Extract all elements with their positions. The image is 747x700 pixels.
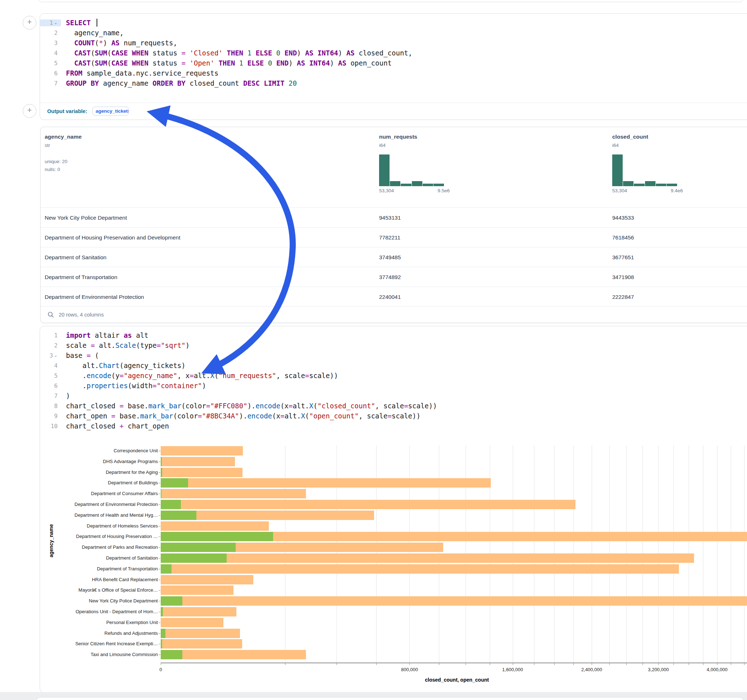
histogram-bar bbox=[623, 181, 634, 186]
line-number-gutter[interactable]: 6 bbox=[40, 382, 61, 389]
table-header: agency_namestrunique: 20nulls: 0num_requ… bbox=[41, 127, 747, 207]
histogram-range: 53,3049.5e6 bbox=[379, 188, 450, 193]
code-line: 3 COUNT(*) AS num_requests, bbox=[40, 38, 747, 48]
output-variable-pill[interactable]: agency_tickets bbox=[92, 107, 129, 116]
line-number-gutter[interactable]: 2 bbox=[40, 342, 61, 349]
code-line: 6 .properties(width="container") bbox=[40, 381, 747, 391]
python-cell: 1import altair as alt2scale = alt.Scale(… bbox=[39, 326, 747, 693]
code-text: CAST(SUM(CASE WHEN status = 'Closed' THE… bbox=[61, 49, 412, 57]
histogram-range: 53,3049.4e6 bbox=[612, 188, 683, 193]
line-number-gutter[interactable]: 7 bbox=[40, 392, 61, 399]
table-cell: 2240041 bbox=[379, 294, 401, 300]
table-cell: 3774892 bbox=[379, 274, 401, 281]
code-text: chart_closed = base.mark_bar(color="#FFC… bbox=[61, 402, 437, 410]
histogram-bar bbox=[645, 181, 655, 186]
line-number-gutter[interactable]: 7 bbox=[40, 80, 61, 87]
code-text: SELECT bbox=[61, 19, 97, 27]
histogram-bar bbox=[634, 184, 644, 186]
histogram-bar bbox=[379, 154, 390, 186]
notebook-page: + + 1⌄SELECT 2 agency_name,3 COUNT(*) AS… bbox=[0, 0, 747, 700]
table-row[interactable]: Department of Environmental Protection22… bbox=[41, 287, 747, 307]
column-header[interactable]: closed_counti6453,3049.4e6 bbox=[612, 134, 683, 193]
fold-chevron-icon[interactable]: ⌄ bbox=[54, 21, 57, 24]
code-text: ) bbox=[61, 392, 70, 400]
table-cell: Department of Environmental Protection bbox=[45, 294, 144, 300]
column-name: closed_count bbox=[612, 134, 683, 140]
line-number-gutter[interactable]: 9 bbox=[40, 413, 61, 419]
code-text: .properties(width="container") bbox=[61, 382, 206, 389]
sql-code-editor[interactable]: 1⌄SELECT 2 agency_name,3 COUNT(*) AS num… bbox=[40, 18, 747, 88]
code-line: 9chart_open = base.mark_bar(color="#8BC3… bbox=[40, 411, 747, 421]
table-row-count: 20 rows, 4 columns bbox=[59, 312, 104, 318]
code-line: 4 CAST(SUM(CASE WHEN status = 'Closed' T… bbox=[40, 48, 747, 58]
code-text: import altair as alt bbox=[61, 331, 148, 339]
line-number-gutter[interactable]: 5 bbox=[40, 60, 61, 66]
histogram-bar bbox=[390, 181, 400, 186]
table-cell: 2222847 bbox=[612, 294, 634, 300]
line-number-gutter[interactable]: 8 bbox=[40, 403, 61, 409]
search-icon[interactable] bbox=[47, 311, 54, 318]
code-line: 2scale = alt.Scale(type="sqrt") bbox=[40, 340, 747, 350]
histogram-bar bbox=[656, 184, 666, 186]
code-text: GROUP BY agency_name ORDER BY closed_cou… bbox=[61, 79, 297, 87]
line-number-gutter[interactable]: 3⌄ bbox=[40, 352, 61, 359]
line-number-gutter[interactable]: 1 bbox=[40, 332, 61, 339]
code-line: 1import altair as alt bbox=[40, 330, 747, 340]
line-number-gutter[interactable]: 1⌄ bbox=[40, 20, 61, 26]
code-line: 8chart_closed = base.mark_bar(color="#FF… bbox=[40, 401, 747, 411]
y-axis-title: agency_name bbox=[48, 524, 54, 557]
table-cell: Department of Sanitation bbox=[45, 254, 106, 261]
column-histogram bbox=[379, 154, 444, 186]
code-line: 7GROUP BY agency_name ORDER BY closed_co… bbox=[40, 78, 747, 88]
column-stat: unique: 20 bbox=[45, 159, 82, 164]
next-cell-edge bbox=[36, 697, 744, 700]
code-text: chart_closed + chart_open bbox=[61, 422, 169, 430]
line-number-gutter[interactable]: 5 bbox=[40, 372, 61, 379]
table-row[interactable]: New York City Police Department945313194… bbox=[41, 207, 747, 228]
text-cursor bbox=[97, 19, 97, 27]
histogram-bar bbox=[612, 154, 623, 186]
code-text: COUNT(*) AS num_requests, bbox=[61, 39, 177, 47]
code-line: 3⌄base = ( bbox=[40, 350, 747, 361]
line-number-gutter[interactable]: 6 bbox=[40, 70, 61, 77]
line-number-gutter[interactable]: 4 bbox=[40, 50, 61, 57]
code-text: chart_open = base.mark_bar(color="#8BC34… bbox=[61, 412, 420, 420]
histogram-bar bbox=[423, 184, 433, 186]
table-cell: New York City Police Department bbox=[45, 214, 127, 221]
code-line: 6FROM sample_data.nyc.service_requests bbox=[40, 68, 747, 78]
column-header[interactable]: agency_namestrunique: 20nulls: 0 bbox=[45, 134, 82, 172]
code-line: 4 alt.Chart(agency_tickets) bbox=[40, 361, 747, 371]
code-text: scale = alt.Scale(type="sqrt") bbox=[61, 341, 189, 349]
table-row[interactable]: Department of Transportation377489234719… bbox=[41, 267, 747, 287]
table-row[interactable]: Department of Sanitation37494853677651 bbox=[41, 247, 747, 267]
column-type: str bbox=[45, 143, 82, 148]
column-type: i64 bbox=[379, 143, 450, 148]
code-text: agency_name, bbox=[61, 29, 124, 37]
line-number-gutter[interactable]: 10 bbox=[40, 423, 61, 430]
table-cell: 9443533 bbox=[612, 214, 634, 221]
table-cell: 7782211 bbox=[379, 234, 400, 241]
code-line: 10chart_closed + chart_open bbox=[40, 421, 747, 431]
x-axis-title: closed_count, open_count bbox=[425, 677, 488, 683]
column-header[interactable]: num_requestsi6453,3049.5e6 bbox=[379, 134, 450, 193]
previous-cell-edge bbox=[38, 0, 744, 2]
code-line: 5 .encode(y="agency_name", x=alt.X("num_… bbox=[40, 371, 747, 381]
code-line: 7) bbox=[40, 391, 747, 401]
line-number-gutter[interactable]: 2 bbox=[40, 30, 61, 36]
code-text: base = ( bbox=[61, 352, 99, 359]
line-number-gutter[interactable]: 3 bbox=[40, 39, 61, 47]
code-text: alt.Chart(agency_tickets) bbox=[61, 362, 186, 370]
sql-cell: 1⌄SELECT 2 agency_name,3 COUNT(*) AS num… bbox=[39, 13, 747, 120]
table-cell: 3749485 bbox=[379, 254, 401, 261]
add-cell-button[interactable]: + bbox=[23, 104, 36, 118]
column-type: i64 bbox=[612, 143, 683, 148]
line-number-gutter[interactable]: 4 bbox=[40, 362, 61, 369]
column-stat: nulls: 0 bbox=[45, 167, 82, 172]
add-cell-button[interactable]: + bbox=[23, 16, 36, 30]
fold-chevron-icon[interactable]: ⌄ bbox=[54, 354, 57, 357]
python-code-editor[interactable]: 1import altair as alt2scale = alt.Scale(… bbox=[40, 330, 747, 431]
table-cell: 9453131 bbox=[379, 214, 401, 221]
table-row[interactable]: Department of Housing Preservation and D… bbox=[41, 227, 747, 247]
column-name: agency_name bbox=[45, 134, 82, 140]
column-name: num_requests bbox=[379, 134, 450, 140]
